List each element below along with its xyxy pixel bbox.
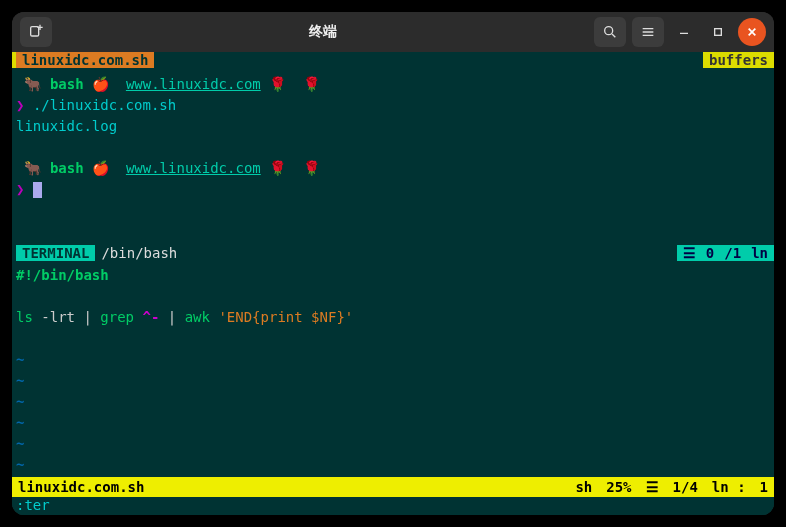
vim-tilde: ~ [16,349,770,370]
ln-label: ln [751,245,768,261]
apple-icon: 🍎 [92,76,109,92]
cursor-icon [33,182,42,198]
svg-rect-0 [31,27,39,36]
menu-button[interactable] [632,17,664,47]
prompt-line-2: 🐂 bash 🍎 www.linuxidc.com 🌹 🌹 [16,158,770,179]
maximize-button[interactable] [704,18,732,46]
script-line: ls -lrt | grep ^- | awk 'END{print $NF}' [16,307,770,328]
svg-point-3 [605,27,613,35]
titlebar: 终端 [12,12,774,52]
line-pos: 1/4 [673,479,698,495]
midbar-right: ☰ 0 /1 ln [677,245,774,261]
statusbar-filename: linuxidc.com.sh [18,479,575,495]
bash-label: bash [50,160,84,176]
vim-tabline: linuxidc.com.sh buffers [12,52,774,68]
blank-line [16,137,770,158]
vim-tilde: ~ [16,391,770,412]
new-tab-button[interactable] [20,17,52,47]
pipe-2: | [168,309,176,325]
blank-code-line-2 [16,328,770,349]
grep-regex: ^- [142,309,159,325]
svg-line-4 [612,34,615,37]
awk-keyword: awk [185,309,210,325]
prompt-line-1: 🐂 bash 🍎 www.linuxidc.com 🌹 🌹 [16,74,770,95]
vim-tilde: ~ [16,433,770,454]
buffers-label[interactable]: buffers [703,52,774,68]
rose-icon-2: 🌹 [303,160,320,176]
hamburger-icon: ☰ [683,245,696,261]
terminal-body[interactable]: linuxidc.com.sh buffers 🐂 bash 🍎 www.lin… [12,52,774,515]
awk-string: 'END{print $NF}' [218,309,353,325]
col-num: 1 [760,479,768,495]
terminal-pane[interactable]: 🐂 bash 🍎 www.linuxidc.com 🌹 🌹 ❯ ./linuxi… [12,68,774,243]
blank-code-line [16,286,770,307]
terminal-window: 终端 [12,12,774,515]
tabline-spacer [154,52,703,68]
pipe-1: | [83,309,91,325]
rose-icon: 🌹 [269,76,286,92]
command-line-2: ❯ [16,179,770,200]
editor-statusbar: linuxidc.com.sh sh 25% ☰ 1/4 ln : 1 [12,477,774,497]
percent-label: 25% [606,479,631,495]
url-link[interactable]: www.linuxidc.com [126,160,261,176]
ls-keyword: ls [16,309,33,325]
svg-rect-9 [715,29,722,36]
pos-num: 0 [706,245,714,261]
active-tab[interactable]: linuxidc.com.sh [16,52,154,68]
filetype-label: sh [575,479,592,495]
command-line-1: ❯ ./linuxidc.com.sh [16,95,770,116]
window-title: 终端 [58,23,588,41]
vim-tilde: ~ [16,412,770,433]
vim-tilde: ~ [16,454,770,475]
command-text: ./linuxidc.com.sh [33,97,176,113]
grep-keyword: grep [100,309,134,325]
bash-label: bash [50,76,84,92]
hamburger-icon: ☰ [646,479,659,495]
prompt-symbol: ❯ [16,97,24,113]
cow-icon: 🐂 [24,160,41,176]
search-button[interactable] [594,17,626,47]
cow-icon: 🐂 [24,76,41,92]
url-link[interactable]: www.linuxidc.com [126,76,261,92]
pane-statusbar: TERMINAL /bin/bash ☰ 0 /1 ln [12,243,774,263]
close-button[interactable] [738,18,766,46]
editor-pane[interactable]: #!/bin/bash ls -lrt | grep ^- | awk 'END… [12,263,774,477]
rose-icon: 🌹 [269,160,286,176]
pos-total: /1 [724,245,741,261]
ln-label: ln : [712,479,746,495]
mode-badge: TERMINAL [16,245,95,261]
vim-tilde: ~ [16,370,770,391]
shell-path: /bin/bash [95,245,183,261]
shebang-line: #!/bin/bash [16,265,770,286]
minimize-button[interactable] [670,18,698,46]
ls-flags: -lrt [41,309,75,325]
apple-icon: 🍎 [92,160,109,176]
prompt-symbol: ❯ [16,181,24,197]
rose-icon-2: 🌹 [303,76,320,92]
output-line: linuxidc.log [16,116,770,137]
vim-commandline[interactable]: :ter [12,497,774,515]
